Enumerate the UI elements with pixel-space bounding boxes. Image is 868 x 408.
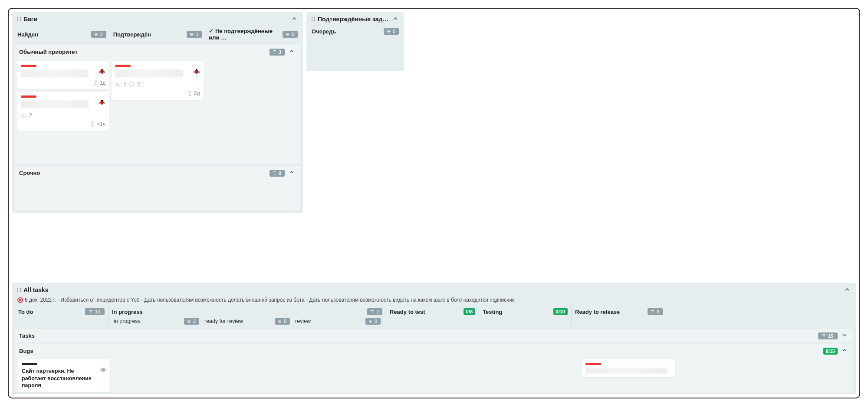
comment-icon [129,82,135,88]
svg-point-26 [20,290,21,290]
svg-point-27 [17,291,18,292]
svg-point-3 [20,19,21,20]
bug-icon [99,68,105,75]
bug-card[interactable] [582,359,675,377]
drag-handle-icon[interactable] [16,287,22,293]
card-meta-row: 2 [21,112,105,118]
card-title-redacted [21,69,89,77]
cell-testing [487,359,579,392]
count-pill: 0 [270,170,285,177]
chevron-up-icon[interactable] [843,286,852,294]
eye-icon [115,82,121,88]
count-pill: 0 [365,318,381,325]
svg-point-6 [100,69,104,74]
count-pill: 10 [85,308,105,315]
svg-point-18 [314,17,315,18]
top-panels: Баги Найден 2 Подтверждён [12,12,856,213]
svg-point-13 [195,69,198,74]
chevron-up-icon[interactable] [391,15,400,23]
card-tag [115,65,131,67]
subcolumn-in-progress[interactable]: in progress 2 [112,317,201,326]
card-meta: <1ч [21,121,105,127]
swimlane-title: Tasks [19,332,818,339]
card-meta: 2д [115,90,200,96]
column-todo[interactable]: To do 10 [15,306,108,327]
svg-point-2 [17,19,18,20]
column-in-progress[interactable]: In progress 2 in progress 2 [108,306,386,327]
cell-release [581,359,676,392]
card-title: Сайт партнерки. Не работает восстановлен… [22,368,94,389]
svg-point-21 [312,20,312,21]
bug-card[interactable]: Сайт партнерки. Не работает восстановлен… [18,359,110,392]
subcolumn-ready-for-review[interactable]: ready for review 0 [203,317,292,326]
svg-point-19 [312,19,312,20]
goal-text: 6 дек. 2022 г. - Избавиться от инциденто… [25,297,514,303]
bug-card[interactable]: 2 2 2д [112,61,203,100]
svg-point-29 [102,368,105,372]
column-ready-to-test[interactable]: Ready to test 0/8 [386,306,479,327]
svg-point-20 [314,19,315,20]
swimlane-body: 1д 2 [15,59,300,133]
swimlane-tasks: Tasks 15 [15,329,853,342]
hourglass-icon [187,91,192,96]
ratio-badge: 8/15 [823,348,838,355]
panel-title: Баги [23,16,290,23]
swimlane-cell-confirmed: 2 2 2д [112,61,203,131]
panel-all-tasks: All tasks 6 дек. 2022 г. - Избавиться от… [12,283,856,394]
svg-point-4 [17,20,18,21]
hourglass-icon [90,122,95,127]
svg-point-22 [314,20,315,21]
svg-point-5 [20,20,21,21]
chevron-up-icon[interactable] [287,169,296,177]
count-pill: 0 [275,318,290,325]
column-label: Очередь [312,28,336,35]
column-confirmed[interactable]: Подтверждён 1 [111,26,205,43]
panel-title: Подтверждённые задачи (н… [318,16,391,23]
swimlane-title: Обычный приоритет [19,49,270,55]
svg-point-25 [17,290,18,290]
svg-point-16 [117,84,118,86]
column-queue[interactable]: Очередь 0 [309,26,401,36]
panel-approved-tasks: Подтверждённые задачи (н… Очередь 0 [306,12,404,71]
swimlane-cell-found: 1д 2 [17,61,109,131]
bug-card[interactable]: 1д [17,61,109,89]
column-testing[interactable]: Testing 0/10 [479,306,572,327]
count-pill: 3 [648,308,663,315]
svg-point-23 [17,288,18,289]
ratio-badge: 0/8 [464,308,475,315]
count-pill: 2 [367,308,382,315]
swimlane-urgent: Срочно 0 [15,166,300,210]
drag-handle-icon[interactable] [311,16,316,22]
card-meta-row: 2 2 [115,82,200,88]
drag-handle-icon[interactable] [16,16,22,22]
svg-point-7 [102,71,102,72]
subcolumn-review[interactable]: review 0 [293,317,382,326]
card-title-redacted [585,368,667,374]
card-title-redacted [21,100,89,108]
svg-point-1 [20,17,21,18]
count-pill: 0 [283,31,298,38]
card-tag [22,363,37,365]
column-ready-to-release[interactable]: Ready to release 3 [572,306,666,327]
panel-header-all-tasks: All tasks [12,283,856,297]
swimlane-body-empty [15,180,300,210]
chevron-up-icon[interactable] [290,15,299,23]
cell-ready [392,359,485,392]
chevron-up-icon[interactable] [840,347,849,355]
column-unconfirmed[interactable]: Не подтверждённые или … 0 [206,26,300,43]
swimlane-normal-priority: Обычный приоритет 3 [15,45,300,164]
column-label: Не подтверждённые или … [209,28,283,41]
svg-point-11 [102,102,103,102]
target-icon [17,297,23,303]
bug-card[interactable]: 2 <1ч [17,92,109,131]
swimlane-bugs: Bugs 8/15 Сайт партнерки. Не работает во… [15,344,853,392]
columns-row-bugs: Найден 2 Подтверждён 1 Не подтверждённые… [12,26,303,43]
card-tag [21,65,36,67]
chevron-up-icon[interactable] [287,48,296,56]
svg-point-10 [102,102,102,102]
svg-point-14 [196,71,197,72]
chevron-down-icon[interactable] [840,332,849,340]
goal-line: 6 дек. 2022 г. - Избавиться от инциденто… [12,297,856,306]
column-found[interactable]: Найден 2 [15,26,109,43]
panel-header-bugs: Баги [12,12,303,26]
